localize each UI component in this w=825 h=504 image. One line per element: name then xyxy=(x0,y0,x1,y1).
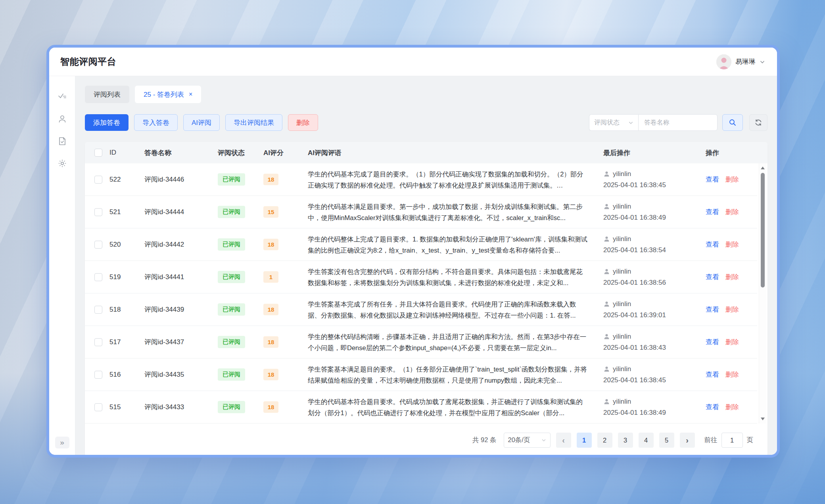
view-link[interactable]: 查看 xyxy=(706,272,719,282)
search-input[interactable] xyxy=(638,114,718,131)
refresh-button[interactable] xyxy=(749,114,767,131)
delete-button[interactable]: 删除 xyxy=(288,114,318,131)
row-checkbox[interactable] xyxy=(94,403,102,411)
review-checklist-icon[interactable] xyxy=(58,92,67,102)
score-badge: 15 xyxy=(263,206,278,218)
column-header-score: AI评分 xyxy=(263,148,308,157)
person-icon xyxy=(603,171,610,177)
row-time: 2025-04-01 16:38:49 xyxy=(603,409,706,417)
row-time: 2025-04-01 16:39:01 xyxy=(603,311,706,319)
delete-link[interactable]: 删除 xyxy=(725,337,739,347)
row-checkbox[interactable] xyxy=(94,241,102,249)
user-icon[interactable] xyxy=(58,114,67,124)
row-id: 518 xyxy=(109,306,144,314)
delete-link[interactable]: 删除 xyxy=(725,272,739,282)
view-link[interactable]: 查看 xyxy=(706,240,719,249)
tab-bar: 评阅列表 25 - 答卷列表 × xyxy=(85,86,767,103)
row-id: 522 xyxy=(109,176,144,184)
person-icon xyxy=(603,333,610,340)
main-content: 评阅列表 25 - 答卷列表 × 添加答卷 导入答卷 AI评阅 导出评阅结果 删… xyxy=(75,76,777,455)
toolbar: 添加答卷 导入答卷 AI评阅 导出评阅结果 删除 评阅状态 xyxy=(85,114,767,131)
row-id: 516 xyxy=(109,371,144,379)
row-comment: 学生答案基本满足题目的要求。（1）任务部分正确使用了`train_test_sp… xyxy=(308,364,589,386)
add-answer-button[interactable]: 添加答卷 xyxy=(85,114,129,131)
page-size-select[interactable]: 20条/页 xyxy=(504,433,551,448)
row-operator: yilinlin xyxy=(613,365,631,373)
select-all-checkbox[interactable] xyxy=(94,149,102,157)
user-menu[interactable]: 易琳琳 xyxy=(716,54,765,69)
table-row: 515 评阅id-34433 已评阅 18 学生的代码基本符合题目要求。代码成功… xyxy=(85,391,757,424)
prev-page-button[interactable]: ‹ xyxy=(556,433,571,448)
page-button-2[interactable]: 2 xyxy=(597,433,612,448)
status-badge: 已评阅 xyxy=(218,336,245,348)
import-answer-button[interactable]: 导入答卷 xyxy=(134,114,178,131)
row-checkbox[interactable] xyxy=(94,338,102,346)
status-badge: 已评阅 xyxy=(218,238,245,251)
delete-link[interactable]: 删除 xyxy=(725,402,739,412)
row-operator: yilinlin xyxy=(613,300,631,308)
tab-answer-sheet-list[interactable]: 25 - 答卷列表 × xyxy=(135,86,201,103)
view-link[interactable]: 查看 xyxy=(706,370,719,379)
export-results-button[interactable]: 导出评阅结果 xyxy=(225,114,282,131)
app-header: 智能评阅平台 易琳琳 xyxy=(49,48,777,76)
row-name: 评阅id-34442 xyxy=(144,240,218,249)
status-badge: 已评阅 xyxy=(218,173,245,186)
page-button-5[interactable]: 5 xyxy=(659,433,674,448)
delete-link[interactable]: 删除 xyxy=(725,370,739,379)
row-comment: 学生的代码整体上完成了题目要求。1. 数据集的加载和划分正确使用了'sklear… xyxy=(308,234,589,256)
row-comment: 学生的整体代码结构清晰，步骤基本正确，并且适用了正确的库和方法。然而，在第3步中… xyxy=(308,331,589,353)
row-operator: yilinlin xyxy=(613,333,631,341)
table-scrollbar[interactable] xyxy=(759,163,766,424)
document-check-icon[interactable] xyxy=(58,136,67,146)
page-button-1[interactable]: 1 xyxy=(577,433,592,448)
goto-page-input[interactable] xyxy=(721,433,743,448)
view-link[interactable]: 查看 xyxy=(706,207,719,217)
row-time: 2025-04-01 16:38:54 xyxy=(603,246,706,254)
view-link[interactable]: 查看 xyxy=(706,402,719,412)
status-badge: 已评阅 xyxy=(218,303,245,316)
gear-icon[interactable] xyxy=(58,159,67,168)
score-badge: 18 xyxy=(263,336,278,348)
column-header-lastop: 最后操作 xyxy=(603,148,706,157)
scrollbar-thumb[interactable] xyxy=(761,173,765,287)
view-link[interactable]: 查看 xyxy=(706,305,719,314)
delete-link[interactable]: 删除 xyxy=(725,175,739,184)
close-icon[interactable]: × xyxy=(189,91,192,98)
sidebar-collapse-button[interactable]: » xyxy=(55,437,69,448)
row-name: 评阅id-34435 xyxy=(144,370,218,379)
ai-review-button[interactable]: AI评阅 xyxy=(183,114,220,131)
refresh-icon xyxy=(754,119,762,126)
row-operator: yilinlin xyxy=(613,398,631,406)
next-page-button[interactable]: › xyxy=(680,433,695,448)
row-time: 2025-04-01 16:38:56 xyxy=(603,279,706,287)
table-body: 522 评阅id-34446 已评阅 18 学生的代码基本完成了题目的要求。（1… xyxy=(85,163,767,424)
row-operator: yilinlin xyxy=(613,170,631,178)
row-operator: yilinlin xyxy=(613,203,631,211)
row-name: 评阅id-34439 xyxy=(144,305,218,314)
column-header-status: 评阅状态 xyxy=(218,148,263,157)
user-name: 易琳琳 xyxy=(735,57,756,66)
row-comment: 学生答案没有包含完整的代码，仅有部分结构，不符合题目要求。具体问题包括：未加载鸢… xyxy=(308,266,589,288)
row-checkbox[interactable] xyxy=(94,208,102,216)
avatar xyxy=(716,54,731,69)
tab-review-list[interactable]: 评阅列表 xyxy=(85,86,129,103)
row-checkbox[interactable] xyxy=(94,371,102,379)
delete-link[interactable]: 删除 xyxy=(725,207,739,217)
score-badge: 18 xyxy=(263,369,278,380)
column-header-action: 操作 xyxy=(706,148,757,157)
search-button[interactable] xyxy=(722,114,743,131)
delete-link[interactable]: 删除 xyxy=(725,305,739,314)
scroll-up-icon[interactable] xyxy=(761,167,765,169)
page-button-4[interactable]: 4 xyxy=(639,433,654,448)
row-checkbox[interactable] xyxy=(94,176,102,184)
scroll-down-icon[interactable] xyxy=(761,418,765,420)
review-status-select[interactable]: 评阅状态 xyxy=(589,114,638,131)
delete-link[interactable]: 删除 xyxy=(725,240,739,249)
table-row: 517 评阅id-34437 已评阅 18 学生的整体代码结构清晰，步骤基本正确… xyxy=(85,326,757,358)
view-link[interactable]: 查看 xyxy=(706,175,719,184)
row-checkbox[interactable] xyxy=(94,306,102,314)
page-button-3[interactable]: 3 xyxy=(618,433,633,448)
row-checkbox[interactable] xyxy=(94,273,102,281)
view-link[interactable]: 查看 xyxy=(706,337,719,347)
row-name: 评阅id-34441 xyxy=(144,272,218,282)
